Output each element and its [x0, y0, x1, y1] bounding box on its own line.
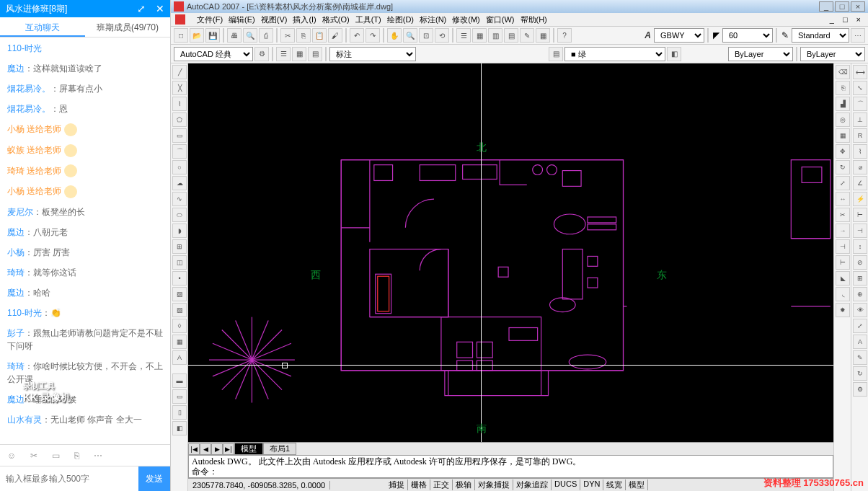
chamfer-tool[interactable]: ◣	[836, 271, 850, 286]
pline-tool[interactable]: ⌇	[172, 97, 187, 111]
ext1-tool[interactable]: ▬	[172, 373, 187, 388]
minimize-button[interactable]: _	[819, 1, 833, 12]
menu-item[interactable]: 窗口(W)	[483, 15, 518, 24]
tab-model[interactable]: 模型	[234, 443, 263, 455]
file-icon[interactable]: ⎘	[74, 451, 79, 461]
linetype-select[interactable]: ByLayer	[800, 47, 865, 61]
dim-style[interactable]: ⚙	[853, 382, 867, 397]
stretch-tool[interactable]: ↔	[836, 192, 850, 206]
rect-tool[interactable]: ▭	[172, 128, 187, 143]
dim-base[interactable]: ⊢	[853, 208, 867, 222]
qcalc-button[interactable]: ▦	[536, 28, 550, 43]
zoom-win-button[interactable]: ⊡	[419, 28, 433, 43]
menu-item[interactable]: 插入(I)	[290, 15, 319, 24]
point-tool[interactable]: •	[172, 271, 187, 286]
status-toggle[interactable]: 对象捕捉	[475, 479, 513, 490]
doc-close-button[interactable]: ×	[854, 15, 864, 24]
help-button[interactable]: ?	[557, 28, 572, 43]
arc-tool[interactable]: ⌒	[172, 144, 187, 159]
tab-first-button[interactable]: |◀	[188, 443, 200, 455]
layer-select[interactable]: ■ 绿	[564, 47, 665, 61]
expand-icon[interactable]: ⤢	[137, 3, 146, 14]
layerprops-button[interactable]: ☰	[276, 47, 291, 61]
match-button[interactable]: 🖌	[328, 28, 342, 43]
dim-quick[interactable]: ⚡	[853, 192, 867, 206]
zoom-rt-button[interactable]: 🔍	[403, 28, 417, 43]
paste-button[interactable]: 📋	[312, 28, 327, 43]
tab-prev-button[interactable]: ◀	[200, 443, 211, 455]
status-toggle[interactable]: 线宽	[603, 479, 626, 490]
dimstyle-btn[interactable]: ⋯	[851, 28, 865, 43]
image-icon[interactable]: ▭	[52, 451, 60, 461]
dim-tol[interactable]: ⊞	[853, 271, 867, 286]
menu-item[interactable]: 格式(O)	[319, 15, 353, 24]
textstyle-select[interactable]: GBWY	[654, 28, 704, 43]
hatch-tool[interactable]: ▨	[172, 287, 187, 301]
dim-edit[interactable]: A	[853, 335, 867, 349]
line-tool[interactable]: ╱	[172, 65, 187, 79]
break-tool[interactable]: ⊣	[836, 239, 850, 254]
dim-oblique[interactable]: ⤢	[853, 319, 867, 333]
menu-item[interactable]: 修改(M)	[449, 15, 483, 24]
spline-tool[interactable]: ∿	[172, 192, 187, 206]
dim-ord[interactable]: ⊥	[853, 112, 867, 127]
emoji-icon[interactable]: ☺	[7, 451, 16, 461]
circle-tool[interactable]: ○	[172, 160, 187, 174]
explode-tool[interactable]: ✸	[836, 303, 850, 317]
ext3-tool[interactable]: ▯	[172, 405, 187, 420]
insert-tool[interactable]: ⊞	[172, 239, 187, 254]
dim-arc[interactable]: ⌒	[853, 97, 867, 111]
save-button[interactable]: 💾	[205, 28, 220, 43]
dim-select[interactable]: 标注	[329, 47, 416, 61]
copy-button[interactable]: ⎘	[296, 28, 311, 43]
dim-aligned[interactable]: ⤡	[853, 81, 867, 95]
fillet-tool[interactable]: ◟	[836, 287, 850, 301]
send-button[interactable]: 发送	[138, 466, 170, 491]
workspace-select[interactable]: AutoCAD 经典	[174, 47, 253, 61]
layer2-button[interactable]: ▦	[292, 47, 306, 61]
coords-display[interactable]: 2305778.7840, -609058.3285, 0.0000	[188, 481, 330, 490]
dim-center[interactable]: ⊕	[853, 287, 867, 301]
color-select[interactable]: ByLayer	[728, 47, 793, 61]
layer4-button[interactable]: ◧	[667, 47, 681, 61]
dim-jog[interactable]: ⌇	[853, 144, 867, 159]
markup-button[interactable]: ✎	[520, 28, 534, 43]
dim-space[interactable]: ↕	[853, 239, 867, 254]
array-tool[interactable]: ▦	[836, 128, 850, 143]
join-tool[interactable]: ⊢	[836, 255, 850, 270]
status-toggle[interactable]: DUCS	[552, 479, 580, 490]
ext4-tool[interactable]: ◧	[172, 421, 187, 435]
menu-item[interactable]: 标注(N)	[417, 15, 449, 24]
layer3-button[interactable]: ▤	[308, 47, 322, 61]
tab-layout1[interactable]: 布局1	[263, 443, 296, 455]
offset-tool[interactable]: ◎	[836, 112, 850, 127]
copy-tool[interactable]: ⎘	[836, 81, 850, 95]
menu-item[interactable]: 编辑(E)	[226, 15, 258, 24]
revcloud-tool[interactable]: ☁	[172, 176, 187, 190]
plot-button[interactable]: 🖶	[227, 28, 242, 43]
dimstyle-select[interactable]: Standard	[792, 28, 849, 43]
status-toggle[interactable]: 极轴	[453, 479, 475, 490]
drawing-canvas[interactable]: 北 南 西 东	[188, 63, 833, 442]
xline-tool[interactable]: ╳	[172, 81, 187, 95]
new-button[interactable]: □	[174, 28, 188, 43]
tp-button[interactable]: ▥	[488, 28, 502, 43]
close-button[interactable]: ×	[851, 1, 865, 12]
dim-cont[interactable]: ⊣	[853, 224, 867, 238]
maximize-button[interactable]: □	[835, 1, 849, 12]
dc-button[interactable]: ▦	[472, 28, 487, 43]
mtext-tool[interactable]: A	[172, 350, 187, 365]
menu-item[interactable]: 工具(T)	[353, 15, 384, 24]
dim-insp[interactable]: 👁	[853, 303, 867, 317]
dim-break[interactable]: ⊘	[853, 255, 867, 270]
tab-members[interactable]: 班期成员(49/70)	[85, 17, 170, 37]
menu-item[interactable]: 视图(V)	[258, 15, 291, 24]
command-line[interactable]: Autodesk DWG。 此文件上次由 Autodesk 应用程序或 Auto…	[188, 455, 833, 478]
settings-icon[interactable]: ✕	[156, 3, 164, 14]
layermgr-button[interactable]: ▤	[549, 47, 563, 61]
cut-button[interactable]: ✂	[280, 28, 295, 43]
status-toggle[interactable]: 捕捉	[386, 479, 408, 490]
table-tool[interactable]: ▦	[172, 335, 187, 349]
tab-next-button[interactable]: ▶	[211, 443, 223, 455]
dim-radius[interactable]: R	[853, 128, 867, 143]
